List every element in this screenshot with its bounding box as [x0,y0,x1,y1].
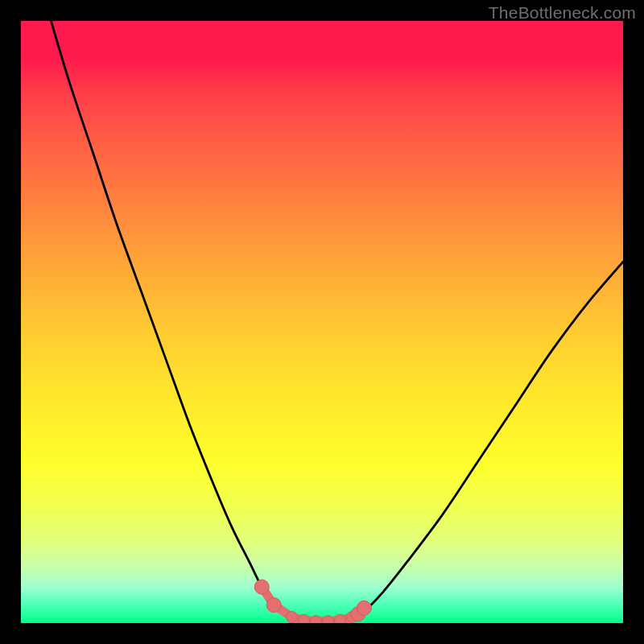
curve-left-curve [51,21,291,617]
marker-bead [334,614,345,623]
curve-group [51,21,623,621]
marker-bead [266,598,281,613]
marker-bead [299,614,310,623]
watermark-text: TheBottleneck.com [489,3,636,23]
plot-area [21,21,623,623]
marker-group [254,580,371,623]
marker-bead [311,616,322,623]
marker-bead [254,580,269,594]
marker-bead [287,612,298,623]
marker-bead [322,616,333,623]
marker-bead [357,601,371,615]
chart-svg [21,21,623,623]
chart-frame: TheBottleneck.com [0,0,644,644]
curve-right-curve [352,262,623,617]
